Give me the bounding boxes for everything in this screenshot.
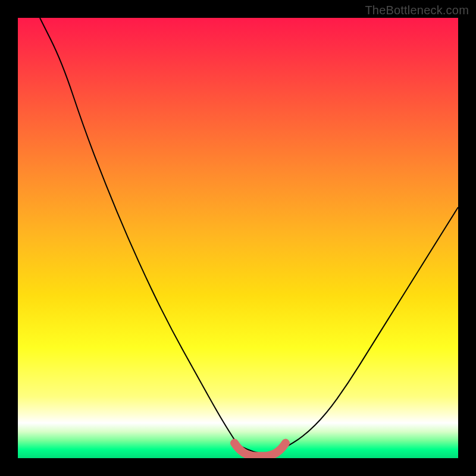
chart-area (18, 18, 458, 458)
watermark-text: TheBottleneck.com (365, 4, 469, 17)
bottleneck-curve (40, 18, 458, 454)
curve-svg (18, 18, 458, 458)
flat-bottom-accent (234, 443, 286, 456)
